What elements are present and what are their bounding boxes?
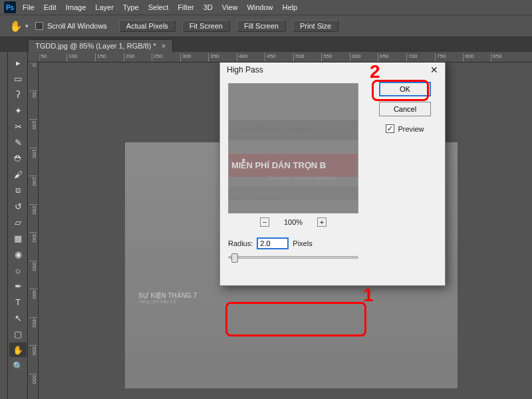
- ruler-tick: 200: [29, 176, 37, 186]
- ruler-tick: 400: [29, 289, 37, 299]
- ruler-tick: 250: [152, 53, 162, 61]
- ruler-tick: 400: [237, 53, 247, 61]
- document-tab[interactable]: TGDD.jpg @ 85% (Layer 1, RGB/8) * ×: [28, 39, 173, 52]
- ruler-tick: 300: [29, 232, 37, 242]
- tool-eyedropper[interactable]: ✎: [9, 135, 27, 150]
- cancel-button[interactable]: Cancel: [379, 102, 431, 116]
- ruler-tick: 0: [29, 63, 37, 66]
- tool-move[interactable]: ▸: [9, 55, 27, 70]
- fit-screen-button[interactable]: Fit Screen: [182, 20, 230, 32]
- tool-brush[interactable]: 🖌: [9, 167, 27, 182]
- tool-history-brush[interactable]: ↺: [9, 199, 27, 213]
- canvas-text: Hàng 150 điều Tử: [138, 299, 176, 305]
- ruler-tick: 350: [29, 261, 37, 271]
- dialog-title-text: High Pass: [227, 65, 263, 74]
- app-logo: Ps: [4, 1, 16, 13]
- radius-slider[interactable]: [228, 256, 358, 259]
- menu-view[interactable]: View: [222, 3, 238, 11]
- radius-row: Radius: Pixels: [228, 237, 437, 249]
- ruler-tick: 600: [350, 53, 360, 61]
- ruler-tick: 500: [29, 345, 37, 355]
- ruler-tick: 300: [180, 53, 191, 61]
- tool-zoom[interactable]: 🔍: [9, 358, 27, 373]
- ruler-tick: 700: [406, 53, 417, 61]
- menu-type[interactable]: Type: [123, 3, 139, 11]
- menu-edit[interactable]: Edit: [44, 3, 57, 11]
- tool-eraser[interactable]: ▱: [9, 215, 27, 229]
- menubar: Ps File Edit Image Layer Type Select Fil…: [0, 0, 532, 15]
- ruler-tick: 350: [208, 53, 219, 61]
- ruler-tick: 550: [321, 53, 332, 61]
- zoom-out-button[interactable]: −: [260, 217, 269, 227]
- ruler-tick: 450: [265, 53, 275, 61]
- menu-filter[interactable]: Filter: [178, 3, 194, 11]
- ok-button[interactable]: OK: [379, 82, 431, 96]
- zoom-in-button[interactable]: +: [317, 217, 327, 227]
- ruler-tick: 450: [29, 317, 37, 327]
- tool-lasso[interactable]: ʔ: [9, 87, 27, 102]
- canvas-text: SỰ KIỆN THÁNG 7: [138, 292, 197, 299]
- preview-text: MIỄN PHÍ DÁN TRỌN B: [229, 154, 358, 177]
- tool-gradient[interactable]: ▦: [9, 231, 27, 245]
- menu-help[interactable]: Help: [283, 3, 298, 11]
- tool-crop[interactable]: ✂: [9, 119, 27, 134]
- tool-stamp[interactable]: ⧈: [9, 183, 27, 198]
- ruler-tick: 750: [435, 53, 446, 61]
- filter-preview[interactable]: Y 202 HỆ THỐNG SIÊU THỊ ĐIỆN THO MIỄN PH…: [228, 83, 358, 213]
- tool-rectangle[interactable]: ▢: [9, 327, 27, 341]
- menu-file[interactable]: File: [23, 3, 35, 11]
- hand-tool-icon[interactable]: ✋: [9, 20, 23, 33]
- toolbar-collapse-strip[interactable]: [0, 52, 8, 399]
- menu-layer[interactable]: Layer: [95, 3, 114, 11]
- scroll-all-checkbox[interactable]: [35, 22, 43, 30]
- scroll-all-label: Scroll All Windows: [47, 22, 107, 30]
- slider-thumb[interactable]: [231, 253, 238, 263]
- menu-select[interactable]: Select: [148, 3, 169, 11]
- document-tab-title: TGDD.jpg @ 85% (Layer 1, RGB/8) *: [35, 42, 156, 50]
- ruler-tick: 100: [29, 119, 37, 129]
- tool-magic-wand[interactable]: ✦: [9, 103, 27, 118]
- ruler-vertical[interactable]: 0 50 100 150 200 250 300 350 400 450 500…: [28, 63, 39, 399]
- tool-blur[interactable]: ◉: [9, 247, 27, 261]
- tool-path-select[interactable]: ↖: [9, 311, 27, 325]
- tool-dodge[interactable]: ☼: [9, 263, 27, 277]
- high-pass-dialog: High Pass ✕ Y 202 HỆ THỐNG SIÊU THỊ ĐIỆN…: [219, 60, 446, 286]
- zoom-controls: − 100% +: [228, 217, 358, 227]
- tool-pen[interactable]: ✒: [9, 279, 27, 293]
- ruler-tick: 500: [293, 53, 304, 61]
- ruler-tick: 200: [124, 53, 134, 61]
- print-size-button[interactable]: Print Size: [293, 20, 338, 32]
- ruler-tick: 50: [39, 53, 47, 61]
- close-icon[interactable]: ✕: [430, 65, 438, 75]
- ruler-tick: 100: [66, 53, 77, 61]
- tool-type[interactable]: T: [9, 295, 27, 309]
- tool-healing[interactable]: ⛑: [9, 151, 27, 166]
- dialog-titlebar[interactable]: High Pass ✕: [220, 61, 445, 79]
- zoom-level: 100%: [284, 218, 303, 226]
- preview-text: Y 202 HỆ THỐNG SIÊU THỊ ĐIỆN THO: [229, 120, 358, 140]
- ruler-tick: 550: [29, 374, 37, 384]
- tool-hand[interactable]: ✋: [9, 342, 27, 357]
- toolbar: ▸ ▭ ʔ ✦ ✂ ✎ ⛑ 🖌 ⧈ ↺ ▱ ▦ ◉ ☼ ✒ T ↖ ▢ ✋ 🔍: [8, 52, 28, 399]
- tool-preset-dropdown-icon[interactable]: ▾: [25, 23, 29, 29]
- close-tab-icon[interactable]: ×: [162, 42, 166, 50]
- menu-window[interactable]: Window: [247, 3, 273, 11]
- tool-marquee[interactable]: ▭: [9, 71, 27, 86]
- document-tab-strip: TGDD.jpg @ 85% (Layer 1, RGB/8) * ×: [0, 37, 532, 52]
- ruler-tick: 50: [29, 90, 37, 98]
- options-bar: ✋ ▾ Scroll All Windows Actual Pixels Fit…: [0, 15, 532, 37]
- radius-label: Radius:: [228, 239, 253, 247]
- preview-checkbox[interactable]: ✓: [386, 124, 394, 133]
- fill-screen-button[interactable]: Fill Screen: [237, 20, 286, 32]
- ruler-tick: 250: [29, 204, 37, 214]
- actual-pixels-button[interactable]: Actual Pixels: [119, 20, 176, 32]
- ruler-horizontal[interactable]: 50 100 150 200 250 300 350 400 450 500 5…: [39, 52, 532, 63]
- menu-3d[interactable]: 3D: [203, 3, 213, 11]
- ruler-tick: 150: [95, 53, 106, 61]
- preview-checkbox-row[interactable]: ✓ Preview: [386, 124, 424, 133]
- menu-image[interactable]: Image: [66, 3, 86, 11]
- radius-input[interactable]: [257, 237, 289, 249]
- ruler-tick: 800: [463, 53, 473, 61]
- ruler-tick: 650: [378, 53, 388, 61]
- ruler-tick: 150: [29, 148, 37, 158]
